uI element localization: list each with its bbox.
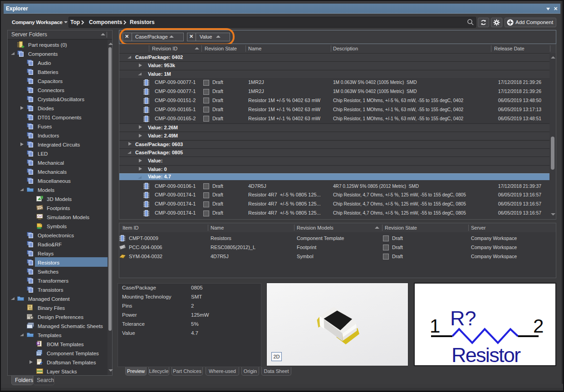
svg-text:01: 01 [29, 307, 32, 310]
svg-text:B: B [37, 342, 39, 345]
svg-text:Resistor: Resistor [451, 343, 521, 366]
svg-text:R?: R? [450, 307, 476, 330]
svg-text:2: 2 [533, 315, 544, 337]
svg-text:1: 1 [430, 315, 440, 337]
